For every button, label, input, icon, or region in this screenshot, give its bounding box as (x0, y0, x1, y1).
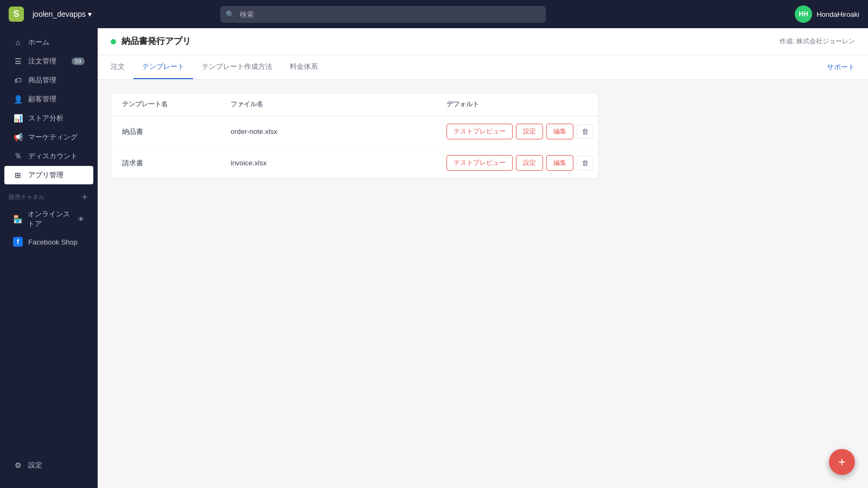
sidebar-item-marketing[interactable]: 📢 マーケティング (4, 128, 93, 146)
top-navigation: S joolen_devapps ▾ 🔍 HH HondaHiroaki (0, 0, 868, 28)
facebook-icon: f (13, 237, 23, 247)
store-name: joolen_devapps (33, 10, 86, 18)
main-content: 納品書発行アプリ 作成: 株式会社ジョーレン 注文 テンプレート テンプレート作… (98, 28, 868, 488)
test-preview-button-0[interactable]: テストプレビュー (446, 124, 513, 139)
plus-icon: + (838, 454, 846, 470)
sidebar-item-label: 商品管理 (28, 75, 56, 85)
header-template-name: テンプレート名 (122, 100, 231, 109)
file-name-cell: order-note.xlsx (231, 127, 446, 136)
table-row: 請求書 invoice.xlsx テストプレビュー 設定 編集 🗑 (111, 147, 598, 178)
sidebar-item-products[interactable]: 🏷 商品管理 (4, 71, 93, 89)
table-area: テンプレート名 ファイル名 デフォルト 納品書 order-note.xlsx … (98, 80, 868, 488)
app-title: 納品書発行アプリ (122, 36, 191, 47)
online-store-icon: 🏪 (13, 214, 22, 224)
sidebar-channel-label: Facebook Shop (28, 238, 78, 246)
marketing-icon: 📢 (13, 132, 23, 142)
row-actions: テストプレビュー 設定 編集 🗑 (446, 155, 544, 171)
apps-icon: ⊞ (13, 170, 23, 180)
settings-button-0[interactable]: 設定 (516, 124, 543, 139)
settings-label: 設定 (28, 460, 42, 470)
templates-table: テンプレート名 ファイル名 デフォルト 納品書 order-note.xlsx … (111, 93, 599, 179)
app-creator: 作成: 株式会社ジョーレン (780, 37, 855, 46)
sidebar-item-label: ホーム (28, 37, 49, 47)
settings-icon: ⚙ (13, 460, 23, 470)
delete-button-0[interactable]: 🗑 (577, 124, 593, 139)
sidebar-item-label: 顧客管理 (28, 94, 56, 104)
discounts-icon: ％ (13, 151, 23, 161)
tab-templates[interactable]: テンプレート (133, 55, 193, 79)
search-icon: 🔍 (226, 10, 234, 18)
settings-button-1[interactable]: 設定 (516, 155, 543, 171)
sidebar-item-analytics[interactable]: 📊 ストア分析 (4, 109, 93, 127)
app-title-row: 納品書発行アプリ (111, 36, 191, 47)
header-default: デフォルト (446, 100, 544, 109)
sidebar-item-label: ディスカウント (28, 151, 78, 161)
sales-channel-label: 販売チャネル (9, 193, 44, 201)
sidebar-item-customers[interactable]: 👤 顧客管理 (4, 90, 93, 108)
tabs-bar: 注文 テンプレート テンプレート作成方法 料金体系 サポート (98, 55, 868, 80)
eye-icon[interactable]: 👁 (78, 215, 85, 223)
sales-channel-section: 販売チャネル ＋ (0, 185, 98, 205)
app-body: ⌂ ホーム ☰ 注文管理 59 🏷 商品管理 👤 顧客管理 📊 ストア分析 � (0, 28, 868, 488)
sidebar-item-label: 注文管理 (28, 56, 56, 66)
file-name-cell: invoice.xlsx (231, 159, 446, 167)
delete-button-1[interactable]: 🗑 (577, 156, 593, 170)
trash-icon: 🗑 (582, 127, 589, 136)
sidebar-nav: ⌂ ホーム ☰ 注文管理 59 🏷 商品管理 👤 顧客管理 📊 ストア分析 � (0, 28, 98, 451)
avatar: HH (795, 5, 812, 23)
customers-icon: 👤 (13, 94, 23, 104)
store-selector[interactable]: joolen_devapps ▾ (33, 10, 92, 18)
sidebar-item-orders[interactable]: ☰ 注文管理 59 (4, 52, 93, 70)
edit-button-0[interactable]: 編集 (546, 124, 573, 139)
template-name-cell: 納品書 (122, 127, 231, 137)
test-preview-button-1[interactable]: テストプレビュー (446, 155, 513, 171)
tab-template-creation[interactable]: テンプレート作成方法 (193, 55, 281, 79)
orders-badge: 59 (72, 57, 85, 65)
products-icon: 🏷 (13, 75, 23, 85)
support-link[interactable]: サポート (827, 62, 855, 72)
template-name-cell: 請求書 (122, 158, 231, 168)
add-channel-icon[interactable]: ＋ (80, 191, 89, 203)
sidebar-item-settings[interactable]: ⚙ 設定 (4, 456, 93, 474)
table-header: テンプレート名 ファイル名 デフォルト (111, 93, 598, 116)
row-actions: テストプレビュー 設定 編集 🗑 (446, 124, 544, 139)
orders-icon: ☰ (13, 56, 23, 66)
sidebar-bottom: ⚙ 設定 (0, 451, 98, 479)
chevron-down-icon: ▾ (88, 10, 92, 18)
search-input[interactable] (220, 6, 546, 23)
analytics-icon: 📊 (13, 113, 23, 123)
table-row: 納品書 order-note.xlsx テストプレビュー 設定 編集 🗑 (111, 116, 598, 147)
header-file-name: ファイル名 (231, 100, 446, 109)
sidebar-item-label: アプリ管理 (28, 170, 63, 180)
sidebar-item-label: マーケティング (28, 132, 78, 142)
fab-add-button[interactable]: + (829, 449, 855, 475)
sidebar-item-label: ストア分析 (28, 113, 63, 123)
home-icon: ⌂ (13, 37, 23, 47)
sidebar-item-home[interactable]: ⌂ ホーム (4, 33, 93, 52)
top-nav-right: HH HondaHiroaki (795, 5, 859, 23)
sidebar-item-apps[interactable]: ⊞ アプリ管理 (4, 166, 93, 184)
sidebar-item-facebook-shop[interactable]: f Facebook Shop (4, 233, 93, 251)
tab-orders[interactable]: 注文 (111, 55, 133, 79)
app-header: 納品書発行アプリ 作成: 株式会社ジョーレン (98, 28, 868, 55)
tab-pricing[interactable]: 料金体系 (281, 55, 327, 79)
sidebar-item-discounts[interactable]: ％ ディスカウント (4, 147, 93, 165)
search-container: 🔍 (220, 6, 546, 23)
shopify-icon: S (9, 7, 24, 22)
edit-button-1[interactable]: 編集 (546, 155, 573, 171)
sidebar: ⌂ ホーム ☰ 注文管理 59 🏷 商品管理 👤 顧客管理 📊 ストア分析 � (0, 28, 98, 488)
sidebar-item-online-store[interactable]: 🏪 オンラインストア 👁 (4, 206, 93, 233)
sidebar-channel-label: オンラインストア (28, 209, 72, 229)
header-actions (544, 100, 588, 109)
user-name: HondaHiroaki (816, 10, 859, 18)
status-dot (111, 39, 116, 44)
trash-icon: 🗑 (582, 159, 589, 167)
app-logo: S (9, 7, 24, 22)
